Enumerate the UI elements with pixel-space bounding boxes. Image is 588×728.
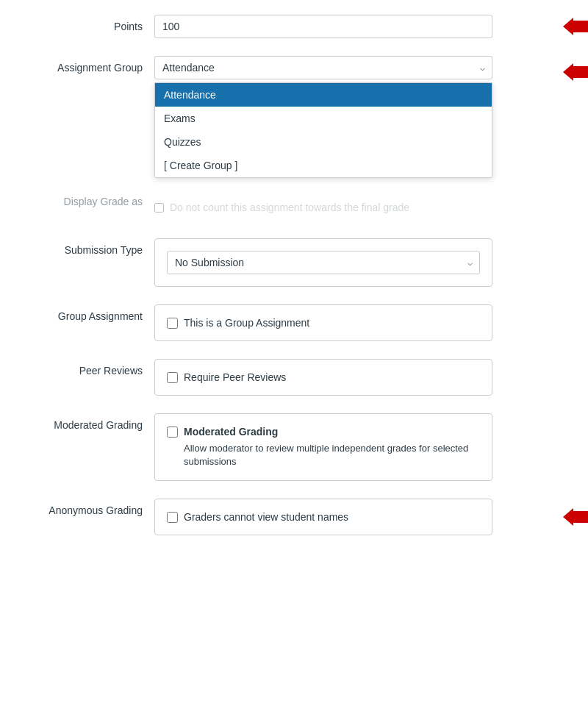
moderated-grading-checkbox-label[interactable]: Moderated Grading [167,426,480,438]
submission-type-field: No Submission Online On Paper External T… [154,238,559,287]
arrow-shaft-3 [573,511,588,523]
arrow-head-2 [563,63,573,81]
display-grade-field: Do not count this assignment towards the… [154,190,559,213]
peer-reviews-checkbox-label[interactable]: Require Peer Reviews [167,371,480,383]
form-container: Points 100 Assignment Group Attendance E… [0,0,588,568]
points-input[interactable]: 100 [154,15,492,38]
group-assignment-text: This is a Group Assignment [184,317,309,329]
anonymous-grading-checkbox[interactable] [167,512,178,523]
arrow-shaft-2 [573,66,588,78]
display-grade-row: Display Grade as Do not count this assig… [29,190,559,213]
peer-reviews-box: Require Peer Reviews [154,359,492,396]
do-not-count-text: Do not count this assignment towards the… [170,201,409,213]
points-label: Points [29,15,154,32]
moderated-grading-label: Moderated Grading [29,413,154,431]
peer-reviews-checkbox[interactable] [167,372,178,383]
dropdown-item-exams[interactable]: Exams [155,107,492,130]
dropdown-arrow [563,63,588,81]
submission-select-wrapper: No Submission Online On Paper External T… [167,251,480,274]
do-not-count-checkbox[interactable] [154,203,164,213]
anonymous-grading-row: Anonymous Grading Graders cannot view st… [29,499,559,535]
dropdown-item-quizzes[interactable]: Quizzes [155,130,492,154]
submission-type-box: No Submission Online On Paper External T… [154,238,492,287]
do-not-count-row: Do not count this assignment towards the… [154,196,559,213]
moderated-grading-checkbox[interactable] [167,427,178,438]
peer-reviews-text: Require Peer Reviews [184,371,286,383]
group-assignment-checkbox-label[interactable]: This is a Group Assignment [167,317,480,329]
dropdown-item-attendance[interactable]: Attendance [155,83,492,107]
anonymous-arrow [563,508,588,526]
group-assignment-checkbox[interactable] [167,318,178,329]
peer-reviews-label: Peer Reviews [29,359,154,377]
submission-type-select[interactable]: No Submission Online On Paper External T… [167,251,480,274]
anonymous-grading-checkbox-label[interactable]: Graders cannot view student names [167,511,480,523]
submission-type-label: Submission Type [29,238,154,256]
peer-reviews-field: Require Peer Reviews [154,359,559,396]
dropdown-overlay: Attendance Exams Quizzes [ Create Group … [154,82,492,178]
points-field: 100 [154,15,559,38]
anonymous-grading-label: Anonymous Grading [29,499,154,516]
assignment-group-field: Attendance Exams Quizzes [ Create Group … [154,56,559,79]
group-assignment-box: This is a Group Assignment [154,304,492,341]
points-arrow [563,18,588,35]
peer-reviews-row: Peer Reviews Require Peer Reviews [29,359,559,396]
assignment-group-row: Assignment Group Attendance Exams Quizze… [29,56,559,79]
moderated-grading-box: Moderated Grading Allow moderator to rev… [154,413,492,481]
anonymous-grading-field: Graders cannot view student names [154,499,559,535]
group-assignment-label: Group Assignment [29,304,154,322]
dropdown-item-create-group[interactable]: [ Create Group ] [155,154,492,177]
moderated-grading-text: Moderated Grading [184,426,278,438]
points-row: Points 100 [29,15,559,38]
submission-type-row: Submission Type No Submission Online On … [29,238,559,287]
display-grade-label: Display Grade as [29,190,154,207]
assignment-group-label: Assignment Group [29,56,154,74]
group-assignment-row: Group Assignment This is a Group Assignm… [29,304,559,341]
assignment-group-select[interactable]: Attendance Exams Quizzes [ Create Group … [154,56,492,79]
moderated-grading-description: Allow moderator to review multiple indep… [184,442,480,468]
arrow-head [563,18,573,35]
moderated-grading-field: Moderated Grading Allow moderator to rev… [154,413,559,481]
anonymous-grading-box: Graders cannot view student names [154,499,492,535]
anonymous-grading-text: Graders cannot view student names [184,511,348,523]
moderated-grading-row: Moderated Grading Moderated Grading Allo… [29,413,559,481]
group-assignment-field: This is a Group Assignment [154,304,559,341]
arrow-shaft [573,21,588,32]
arrow-head-3 [563,508,573,526]
assignment-group-wrapper: Attendance Exams Quizzes [ Create Group … [154,56,492,79]
